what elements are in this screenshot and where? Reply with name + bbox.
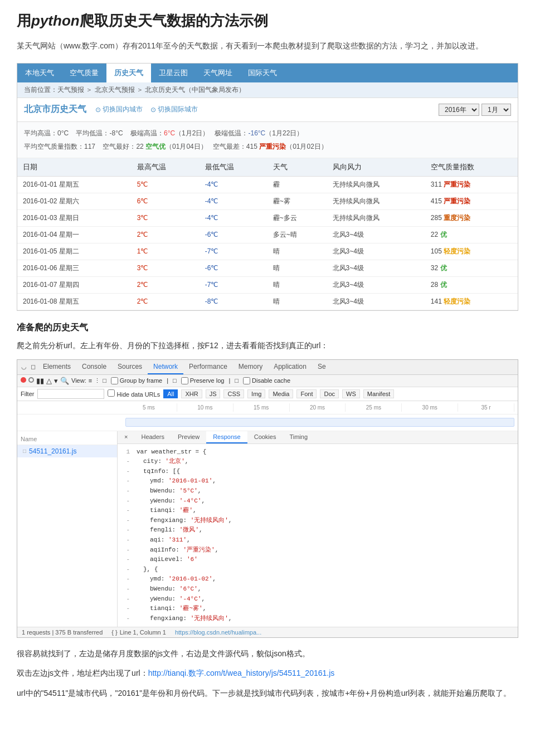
weather-nav: 本地天气 空气质量 历史天气 卫星云图 天气网址 国际天气 bbox=[17, 64, 518, 82]
empty-checkbox3: □ bbox=[235, 377, 239, 384]
line-number: - bbox=[122, 457, 130, 467]
status-requests: 1 requests | 375 B transferred bbox=[22, 629, 103, 636]
th-aqi: 空气质量指数 bbox=[425, 158, 518, 177]
line-content: bWendu: '5°C', bbox=[137, 486, 201, 496]
detail-cookies[interactable]: Cookies bbox=[247, 431, 283, 443]
filter-all[interactable]: All bbox=[163, 389, 178, 398]
empty-checkbox2: □ bbox=[173, 377, 177, 384]
line-number: - bbox=[122, 525, 130, 535]
line-content: aqiLevel: '6' bbox=[137, 555, 198, 565]
group-by-frame-checkbox[interactable] bbox=[111, 377, 118, 384]
timeline-labels: 5 ms 10 ms 15 ms 20 ms 25 ms 30 ms 35 r bbox=[17, 401, 518, 414]
line-number: - bbox=[122, 594, 130, 604]
detail-headers[interactable]: Headers bbox=[134, 431, 171, 443]
mark-25ms: 25 ms bbox=[346, 403, 402, 412]
tab-application[interactable]: Application bbox=[268, 360, 312, 374]
filter-css[interactable]: CSS bbox=[223, 389, 244, 398]
nav-item-local[interactable]: 本地天气 bbox=[17, 64, 62, 82]
tab-console[interactable]: Console bbox=[76, 360, 112, 374]
code-line: -ymd: '2016-01-01', bbox=[122, 476, 513, 486]
cell-date: 2016-01-06 星期三 bbox=[17, 260, 132, 276]
filter-xhr[interactable]: XHR bbox=[181, 389, 202, 398]
code-line: -aqi: '311', bbox=[122, 535, 513, 545]
weather-header: 北京市历史天气 切换国内城市 切换国际城市 2016年 1月 bbox=[17, 98, 518, 122]
devtools-inspect-icon[interactable]: ◡ bbox=[20, 363, 28, 372]
cell-aqi: 141 轻度污染 bbox=[425, 293, 518, 310]
cell-low: -7℃ bbox=[200, 276, 268, 293]
group-by-frame-label[interactable]: Group by frame bbox=[111, 377, 162, 384]
detail-close[interactable]: × bbox=[118, 431, 134, 443]
nav-item-international[interactable]: 国际天气 bbox=[240, 64, 285, 82]
bottom-para2: 双击左边js文件，地址栏内出现了url：http://tianqi.数字.com… bbox=[17, 666, 518, 680]
line-number: 1 bbox=[122, 447, 130, 457]
code-line: -bWendu: '6°C', bbox=[122, 584, 513, 594]
devtools-status: 1 requests | 375 B transferred { } Line … bbox=[17, 627, 518, 637]
detail-response[interactable]: Response bbox=[206, 431, 247, 443]
filter-icon[interactable]: ▾ bbox=[54, 377, 58, 385]
file-item-js[interactable]: □ 54511_20161.js bbox=[17, 445, 117, 457]
filter-font[interactable]: Font bbox=[296, 389, 317, 398]
view-group-icon[interactable]: ⋮ bbox=[94, 377, 100, 384]
nav-item-aqi[interactable]: 空气质量 bbox=[62, 64, 106, 82]
month-select[interactable]: 1月 bbox=[481, 104, 511, 116]
cell-high: 2℃ bbox=[132, 293, 200, 310]
nav-item-history[interactable]: 历史天气 bbox=[106, 64, 151, 82]
switch-domestic-btn[interactable]: 切换国内城市 bbox=[95, 105, 143, 114]
filter-input[interactable] bbox=[37, 389, 104, 399]
view-list-icon[interactable]: ≡ bbox=[89, 377, 92, 384]
cell-wind: 北风3~4级 bbox=[327, 276, 425, 293]
devtools-device-icon[interactable]: ◻ bbox=[28, 363, 37, 372]
filter-img[interactable]: Img bbox=[247, 389, 265, 398]
disable-cache-label[interactable]: Disable cache bbox=[243, 377, 290, 384]
switch-international-btn[interactable]: 切换国际城市 bbox=[150, 105, 198, 114]
cell-wind: 北风3~4级 bbox=[327, 243, 425, 260]
tab-performance[interactable]: Performance bbox=[183, 360, 233, 374]
detail-preview[interactable]: Preview bbox=[171, 431, 206, 443]
empty-checkbox: □ bbox=[103, 377, 106, 384]
disable-cache-checkbox[interactable] bbox=[243, 377, 250, 384]
line-number: - bbox=[122, 506, 130, 516]
city-title: 北京市历史天气 bbox=[24, 104, 86, 115]
code-line: -bWendu: '5°C', bbox=[122, 486, 513, 496]
line-content: tqInfo: [{ bbox=[137, 467, 180, 477]
tab-security[interactable]: Se bbox=[312, 360, 332, 374]
clear-icon[interactable]: △ bbox=[46, 377, 52, 385]
url-link[interactable]: http://tianqi.数字.com/t/wea_history/js/54… bbox=[148, 669, 335, 677]
detail-timing[interactable]: Timing bbox=[283, 431, 314, 443]
filter-doc[interactable]: Doc bbox=[320, 389, 339, 398]
stop-icon[interactable]: ▮▮ bbox=[36, 377, 44, 385]
th-low: 最低气温 bbox=[200, 158, 268, 177]
preserve-log-checkbox[interactable] bbox=[181, 377, 188, 384]
hide-data-urls-label[interactable]: Hide data URLs bbox=[108, 389, 160, 398]
line-number: - bbox=[122, 574, 130, 584]
cell-date: 2016-01-07 星期四 bbox=[17, 276, 132, 293]
cell-low: -6℃ bbox=[200, 260, 268, 276]
date-selector: 2016年 1月 bbox=[439, 104, 511, 116]
table-row: 2016-01-05 星期二1℃-7℃晴北风3~4级105 轻度污染 bbox=[17, 243, 518, 260]
filter-ws[interactable]: WS bbox=[342, 389, 360, 398]
line-content: aqi: '311', bbox=[137, 535, 191, 545]
filter-media[interactable]: Media bbox=[269, 389, 293, 398]
cell-aqi: 285 重度污染 bbox=[425, 209, 518, 226]
tab-network[interactable]: Network bbox=[148, 360, 183, 374]
tab-elements[interactable]: Elements bbox=[37, 360, 76, 374]
code-line: -yWendu: '-4°C', bbox=[122, 496, 513, 506]
filter-js[interactable]: JS bbox=[206, 389, 221, 398]
year-select[interactable]: 2016年 bbox=[439, 104, 479, 116]
line-number: - bbox=[122, 614, 130, 624]
line-number: - bbox=[122, 486, 130, 496]
nav-item-satellite[interactable]: 卫星云图 bbox=[151, 64, 196, 82]
view-label: View: bbox=[71, 377, 86, 384]
tab-memory[interactable]: Memory bbox=[233, 360, 268, 374]
preserve-log-label[interactable]: Preserve log bbox=[181, 377, 225, 384]
devtools-content: Name □ 54511_20161.js × Headers Preview … bbox=[17, 431, 518, 627]
status-url[interactable]: https://blog.csdn.net/hualimpa... bbox=[175, 629, 261, 636]
line-content: ymd: '2016-01-01', bbox=[137, 476, 216, 486]
nav-item-sites[interactable]: 天气网址 bbox=[196, 64, 240, 82]
hide-data-urls-checkbox[interactable] bbox=[108, 389, 115, 397]
cell-high: 6℃ bbox=[132, 193, 200, 209]
line-content: yWendu: '-4°C', bbox=[137, 594, 205, 604]
filter-manifest[interactable]: Manifest bbox=[363, 389, 395, 398]
search-icon[interactable]: 🔍 bbox=[60, 377, 69, 385]
tab-sources[interactable]: Sources bbox=[112, 360, 148, 374]
